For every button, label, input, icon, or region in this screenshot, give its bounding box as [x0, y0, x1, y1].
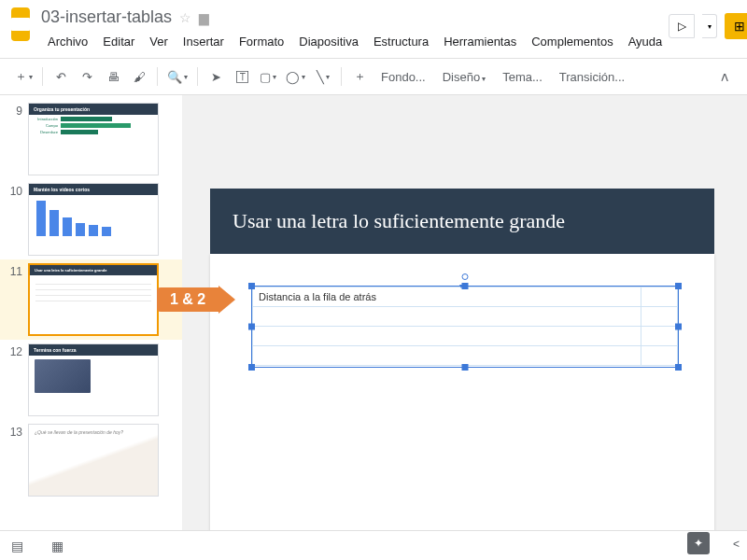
title-area: 03-insertar-tablas ☆ ▆ Archivo Editar Ve… [41, 7, 669, 58]
present-button[interactable]: ▷ [669, 14, 695, 38]
image-tool[interactable]: ▢▾ [256, 64, 280, 89]
menu-slide[interactable]: Diapositiva [292, 31, 365, 52]
table-cell[interactable] [641, 307, 678, 327]
new-slide-button[interactable]: ＋▾ [11, 64, 36, 89]
collapse-toolbar[interactable]: ʌ [713, 69, 736, 84]
slide-thumb-11[interactable]: 11 Usar una letra lo suficientemente gra… [0, 259, 182, 340]
pointer-arrow-icon [218, 286, 235, 314]
menu-format[interactable]: Formato [233, 31, 290, 52]
toolbar: ＋▾ ↶ ↷ 🖶 🖌 🔍▾ ➤ 🅃 ▢▾ ◯▾ ╲▾ ＋ Fondo... Di… [0, 59, 747, 95]
shape-tool[interactable]: ◯▾ [282, 64, 309, 89]
slide-thumb-13[interactable]: 13 ¿Qué se llevan de la presentación de … [0, 420, 182, 500]
table-cell[interactable] [253, 346, 641, 366]
step-pointer: 1 & 2 [157, 286, 235, 314]
star-icon[interactable]: ☆ [179, 10, 191, 25]
header-right: ▷ ▾ ⊞ [669, 7, 747, 41]
table-cell[interactable] [641, 287, 678, 307]
menu-bar: Archivo Editar Ver Insertar Formato Diap… [41, 31, 669, 52]
slide-number: 12 [7, 343, 28, 358]
slide-thumb-12[interactable]: 12 Termina con fuerza [0, 340, 182, 420]
menu-edit[interactable]: Editar [96, 31, 141, 52]
table[interactable]: Distancia a la fila de atrás [252, 287, 678, 366]
zoom-button[interactable]: 🔍▾ [163, 64, 191, 89]
table-cell[interactable]: Distancia a la fila de atrás [253, 287, 641, 307]
menu-insert[interactable]: Insertar [176, 31, 231, 52]
collapse-panel-icon[interactable]: < [733, 538, 740, 551]
menu-addons[interactable]: Complementos [525, 31, 619, 52]
theme-button[interactable]: Tema... [495, 70, 550, 84]
slide-title[interactable]: Usar una letra lo suficientemente grande [210, 189, 714, 254]
filmstrip-view-icon[interactable]: ▤ [11, 539, 23, 553]
table-cell[interactable] [641, 346, 678, 366]
main: 9 Organiza tu presentación Introducción … [0, 95, 747, 554]
thumb-title: Organiza tu presentación [29, 104, 158, 115]
slide-thumb-9[interactable]: 9 Organiza tu presentación Introducción … [0, 99, 182, 179]
undo-button[interactable]: ↶ [49, 64, 73, 89]
thumb-label: Desenlace [33, 130, 61, 134]
table-cell[interactable] [253, 307, 641, 327]
resize-handle-ne[interactable] [675, 283, 682, 289]
transition-button[interactable]: Transición... [552, 70, 632, 84]
slides-logo[interactable] [11, 7, 30, 41]
column-handle[interactable]: ▾ [457, 282, 466, 287]
grid-view-icon[interactable]: ▦ [51, 539, 63, 553]
textbox-tool[interactable]: 🅃 [230, 64, 254, 89]
print-button[interactable]: 🖶 [101, 64, 125, 89]
resize-handle-se[interactable] [675, 364, 682, 371]
line-tool[interactable]: ╲▾ [311, 64, 335, 89]
thumb-title: Termina con fuerza [29, 344, 158, 356]
explore-button[interactable]: ✦ [687, 532, 710, 554]
menu-arrange[interactable]: Estructura [367, 31, 435, 52]
slide-panel[interactable]: 9 Organiza tu presentación Introducción … [0, 95, 182, 554]
thumb-label: Cuerpo [33, 123, 61, 128]
redo-button[interactable]: ↷ [75, 64, 99, 89]
thumb-image [35, 359, 91, 393]
thumb-text: ¿Qué se llevan de la presentación de hoy… [29, 425, 158, 440]
resize-handle-e[interactable] [675, 324, 682, 330]
slide-number: 13 [7, 424, 28, 439]
share-button[interactable]: ⊞ [725, 13, 747, 39]
slide-thumb-10[interactable]: 10 Mantén los vídeos cortos [0, 179, 182, 259]
resize-handle-nw[interactable] [248, 283, 255, 289]
menu-help[interactable]: Ayuda [622, 31, 669, 52]
thumb-label: Introducción [33, 117, 61, 121]
paint-format-button[interactable]: 🖌 [127, 64, 151, 89]
select-tool[interactable]: ➤ [204, 64, 228, 89]
menu-tools[interactable]: Herramientas [437, 31, 523, 52]
inserted-table[interactable]: ▾ Distancia a la fila de atrás [251, 286, 679, 368]
resize-handle-sw[interactable] [248, 364, 255, 371]
thumb-title: Usar una letra lo suficientemente grande [30, 265, 157, 275]
present-dropdown[interactable]: ▾ [702, 14, 717, 38]
document-title[interactable]: 03-insertar-tablas [41, 7, 172, 27]
menu-view[interactable]: Ver [143, 31, 175, 52]
folder-icon[interactable]: ▆ [199, 10, 209, 25]
resize-handle-w[interactable] [248, 324, 255, 330]
comment-button[interactable]: ＋ [347, 64, 372, 89]
thumb-title: Mantén los vídeos cortos [29, 184, 158, 195]
step-label: 1 & 2 [157, 287, 218, 312]
menu-file[interactable]: Archivo [41, 31, 94, 52]
layout-button[interactable]: Diseño▾ [435, 70, 493, 84]
bottom-bar: ▤ ▦ [0, 530, 747, 560]
table-cell[interactable] [641, 327, 678, 346]
rotate-handle[interactable] [462, 273, 469, 280]
slide-number: 9 [7, 103, 28, 118]
background-button[interactable]: Fondo... [374, 70, 433, 84]
slide-canvas[interactable]: Usar una letra lo suficientemente grande… [182, 95, 747, 554]
header: 03-insertar-tablas ☆ ▆ Archivo Editar Ve… [0, 0, 747, 59]
slide-number: 11 [7, 263, 28, 278]
table-cell[interactable] [253, 327, 641, 346]
slide-number: 10 [7, 183, 28, 198]
resize-handle-s[interactable] [462, 364, 469, 371]
